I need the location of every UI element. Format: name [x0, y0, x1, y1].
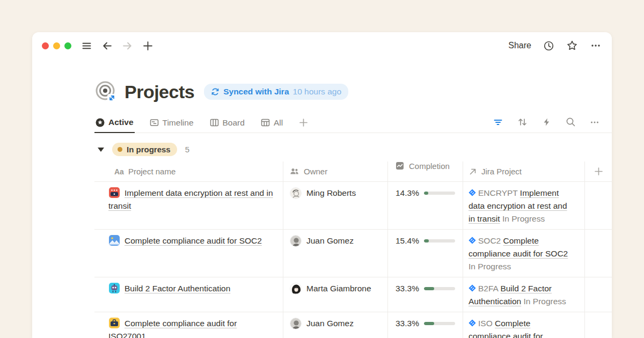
tab-board[interactable]: Board — [209, 114, 246, 133]
jira-key: SOC2 — [478, 236, 501, 245]
robot-icon — [108, 282, 120, 294]
completion-percent: 33.3% — [396, 317, 419, 330]
jira-project-cell[interactable]: ENCRYPT Implement data encryption at res… — [463, 182, 585, 229]
table-header: Aa Project name Owner Completion Jira Pr… — [94, 161, 612, 182]
completion-percent: 14.3% — [396, 187, 419, 200]
column-label: Owner — [304, 167, 327, 176]
share-button[interactable]: Share — [508, 41, 531, 50]
search-icon[interactable] — [564, 116, 577, 129]
completion-cell[interactable]: 33.3% — [388, 312, 463, 338]
jira-status: In Progress — [469, 262, 511, 271]
owner-name: Juan Gomez — [306, 234, 354, 247]
synced-with-jira-badge[interactable]: Synced with Jira 10 hours ago — [204, 84, 348, 100]
completion-cell[interactable]: 33.3% — [388, 277, 463, 312]
project-name-link[interactable]: Implement data encryption at rest and in… — [108, 188, 273, 210]
plus-icon — [299, 118, 308, 127]
jira-icon — [469, 235, 476, 243]
column-header-project-name[interactable]: Aa Project name — [94, 161, 283, 181]
forward-icon[interactable] — [121, 39, 134, 52]
tab-label: All — [274, 118, 283, 128]
project-name-cell[interactable]: Complete compliance audit for SOC2 — [94, 230, 283, 277]
project-target-icon[interactable] — [94, 80, 117, 103]
avatar — [290, 283, 302, 295]
progress-bar — [424, 287, 455, 290]
group-label: In progress — [127, 145, 171, 154]
group-count: 5 — [185, 145, 189, 154]
arrow-up-right-icon — [469, 167, 477, 176]
completion-cell[interactable]: 15.4% — [388, 230, 463, 277]
close-window-button[interactable] — [42, 42, 49, 49]
tab-active[interactable]: Active — [94, 114, 135, 133]
view-more-icon[interactable] — [588, 116, 601, 129]
new-tab-icon[interactable] — [141, 39, 154, 52]
jira-project-cell[interactable]: ISO Complete compliance audit for ISO270… — [463, 312, 585, 338]
filter-icon[interactable] — [492, 116, 504, 129]
project-name-cell[interactable]: Complete compliance audit for ISO27001 — [94, 312, 283, 338]
view-tabs-bar: Active Timeline Board All — [94, 114, 612, 133]
project-name-link[interactable]: Complete compliance audit for SOC2 — [125, 236, 262, 245]
jira-key: B2FA — [478, 284, 498, 293]
status-dot — [118, 147, 122, 152]
progress-bar — [424, 192, 455, 195]
progress-bar — [424, 322, 455, 325]
jira-status: In Progress — [524, 297, 566, 306]
column-label: Project name — [128, 167, 175, 176]
jira-project-cell[interactable]: B2FA Build 2 Factor Authentication In Pr… — [463, 277, 585, 312]
app-window: Share Projects — [32, 32, 612, 338]
jira-icon — [469, 318, 476, 325]
history-clock-icon[interactable] — [542, 39, 555, 52]
project-name-cell[interactable]: Build 2 Factor Authentication — [94, 277, 283, 312]
more-icon[interactable] — [589, 39, 602, 52]
group-header: In progress 5 — [94, 142, 612, 157]
menu-icon[interactable] — [80, 39, 93, 52]
owner-cell[interactable]: Juan Gomez — [283, 312, 388, 338]
add-view-button[interactable] — [298, 114, 309, 132]
yellow-toolbox-icon — [108, 317, 120, 329]
project-name-link[interactable]: Build 2 Factor Authentication — [125, 284, 230, 293]
jira-icon — [469, 283, 476, 290]
projects-table: Aa Project name Owner Completion Jira Pr… — [94, 161, 612, 338]
tab-label: Timeline — [163, 118, 194, 128]
sync-label: Synced with Jira — [223, 87, 289, 97]
completion-percent: 33.3% — [396, 282, 419, 295]
minimize-window-button[interactable] — [53, 42, 60, 49]
table-row[interactable]: Implement data encryption at rest and in… — [94, 182, 612, 230]
table-row[interactable]: Build 2 Factor Authentication Marta Giam… — [94, 277, 612, 312]
completion-cell[interactable]: 14.3% — [388, 182, 463, 229]
text-type-icon: Aa — [114, 167, 124, 176]
jira-key: ISO — [478, 319, 493, 328]
row-extra-cell — [585, 277, 612, 312]
tab-all[interactable]: All — [260, 114, 284, 133]
jira-icon — [469, 187, 476, 195]
jira-key: ENCRYPT — [478, 188, 518, 197]
table-view-icon — [261, 118, 270, 127]
star-circle-icon — [96, 118, 105, 127]
completion-percent: 15.4% — [396, 234, 419, 247]
column-header-owner[interactable]: Owner — [283, 161, 388, 181]
traffic-lights — [42, 42, 71, 49]
collapse-triangle-icon[interactable] — [98, 148, 104, 152]
sort-icon[interactable] — [516, 116, 529, 129]
add-column-cell[interactable] — [585, 161, 612, 181]
zoom-window-button[interactable] — [64, 42, 71, 49]
progress-bar — [424, 239, 455, 243]
zap-icon[interactable] — [540, 116, 553, 129]
column-header-jira-project[interactable]: Jira Project — [463, 161, 585, 181]
project-name-cell[interactable]: Implement data encryption at rest and in… — [94, 182, 283, 229]
row-extra-cell — [585, 312, 612, 338]
owner-cell[interactable]: Juan Gomez — [283, 230, 388, 277]
jira-project-cell[interactable]: SOC2 Complete compliance audit for SOC2 … — [463, 230, 585, 277]
table-row[interactable]: Complete compliance audit for ISO27001 J… — [94, 312, 612, 338]
avatar — [290, 235, 302, 247]
project-name-link[interactable]: Complete compliance audit for ISO27001 — [108, 319, 237, 338]
owner-cell[interactable]: Marta Giambrone — [283, 277, 388, 312]
table-row[interactable]: Complete compliance audit for SOC2 Juan … — [94, 230, 612, 277]
owner-cell[interactable]: Ming Roberts — [283, 182, 388, 229]
tab-timeline[interactable]: Timeline — [149, 114, 195, 133]
column-header-completion[interactable]: Completion — [388, 161, 463, 181]
group-status-pill[interactable]: In progress — [112, 143, 177, 156]
back-icon[interactable] — [100, 39, 113, 52]
tab-label: Board — [223, 118, 245, 128]
avatar — [290, 318, 302, 329]
favorite-star-icon[interactable] — [566, 39, 579, 52]
